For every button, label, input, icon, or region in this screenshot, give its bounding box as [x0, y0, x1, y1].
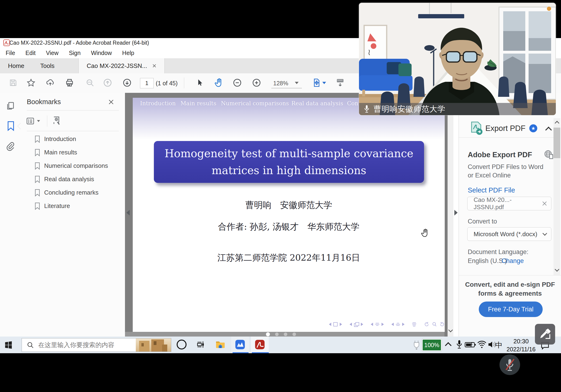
taskbar-search-box[interactable] [22, 338, 171, 352]
hand-tool-button[interactable] [212, 76, 225, 89]
select-tool-button[interactable] [193, 76, 206, 89]
beamer-pages-icon [354, 322, 359, 327]
bookmark-icon [34, 175, 41, 183]
meeting-app-button[interactable] [231, 337, 249, 352]
muted-microphone-button[interactable] [499, 354, 520, 375]
microphone-icon [455, 339, 463, 350]
vertical-scrollbar[interactable] [448, 93, 453, 337]
collapse-right-pane-arrow[interactable] [454, 210, 458, 216]
export-pdf-panel: Export PDF ★ Adobe Export PDF Convert PD… [459, 93, 561, 337]
free-trial-button[interactable]: Free 7-Day Trial [479, 302, 543, 317]
slide-nav-introduction: Introduction [140, 100, 176, 107]
adobe-export-pdf-heading: Adobe Export PDF [468, 151, 532, 159]
convert-to-dropdown[interactable]: Microsoft Word (*.docx) [467, 227, 551, 241]
menu-view[interactable]: View [46, 50, 58, 56]
scroll-down-icon[interactable] [448, 328, 453, 332]
tab-close-icon[interactable] [152, 64, 156, 68]
share-upload-button[interactable] [44, 76, 57, 89]
tray-clock[interactable]: 20:30 2022/11/16 [505, 338, 537, 353]
slide-nav-concluding: Con [347, 100, 358, 107]
bookmarks-close-icon[interactable] [108, 99, 114, 105]
previous-page-button[interactable] [101, 76, 114, 89]
bookmarks-panel-icon[interactable] [6, 120, 15, 131]
beamer-next-icon [361, 323, 363, 326]
windows-taskbar: 100% 中 20:30 2022/11/16 [0, 337, 561, 353]
export-description-line1: Convert PDF Files to Word [468, 163, 543, 171]
taskbar-search-input[interactable] [38, 341, 128, 349]
menu-file[interactable]: File [6, 50, 15, 56]
zoom-caret-icon [295, 82, 299, 84]
select-pdf-file-link[interactable]: Select PDF File [468, 186, 515, 194]
muted-mic-icon [504, 358, 516, 372]
page-number-input[interactable] [140, 78, 154, 88]
fit-page-button[interactable] [310, 76, 323, 89]
tab-document[interactable]: Cao MX-2022-JSSN... [78, 58, 165, 73]
attachments-icon[interactable] [5, 141, 15, 151]
bookmarks-options-button[interactable] [25, 114, 41, 128]
bookmarks-title: Bookmarks [27, 98, 61, 106]
slide-author-line: 曹明响 安徽师范大学 [133, 199, 445, 211]
menu-window[interactable]: Window [91, 50, 112, 56]
start-button[interactable] [3, 340, 14, 350]
beamer-prev-icon [391, 323, 394, 326]
selected-file-box: Cao MX-20...-JSSNU.pdf [467, 197, 551, 210]
change-language-link[interactable]: Change [502, 257, 524, 265]
bookmark-item-introduction[interactable]: Introduction [21, 132, 125, 146]
dot [275, 333, 279, 336]
collapse-left-pane-arrow[interactable] [126, 210, 130, 216]
pdf-viewport[interactable]: Introduction Main results Numerical comp… [125, 93, 453, 337]
toolbar-collapse-button[interactable] [334, 76, 347, 89]
power-plug-icon [412, 340, 421, 350]
panel-scrollbar-thumb[interactable] [553, 128, 560, 158]
tab-home[interactable]: Home [0, 58, 32, 73]
tray-microphone[interactable] [455, 339, 463, 350]
bookmark-item-main-results[interactable]: Main results [21, 146, 125, 159]
panel-scrollbar[interactable] [553, 118, 560, 275]
bookmarks-panel: Bookmarks Introduction Main results [21, 93, 125, 337]
document-language-label: Document Language: [468, 248, 528, 256]
star-favorite-button[interactable] [24, 76, 38, 89]
beamer-prev-icon [329, 323, 331, 326]
acrobat-taskbar-button[interactable] [251, 337, 269, 352]
tray-expand-icon[interactable] [445, 342, 452, 349]
menu-help[interactable]: Help [122, 50, 134, 56]
tab-document-label: Cao MX-2022-JSSN... [87, 62, 147, 70]
tab-tools[interactable]: Tools [32, 58, 63, 73]
zoom-level-control[interactable]: 128% [271, 78, 302, 88]
file-explorer-button[interactable] [211, 337, 229, 352]
bookmark-item-literature[interactable]: Literature [21, 199, 125, 213]
divider [459, 275, 561, 275]
print-button[interactable] [63, 76, 76, 89]
divider [27, 110, 119, 110]
bookmark-item-concluding-remarks[interactable]: Concluding remarks [21, 186, 125, 199]
tray-wifi[interactable] [477, 340, 487, 349]
zoom-out-button[interactable] [231, 76, 244, 89]
zoom-in-button[interactable] [250, 76, 263, 89]
save-button[interactable] [7, 76, 20, 89]
tray-battery[interactable] [465, 341, 476, 349]
annotation-tool-button[interactable] [535, 324, 555, 345]
remove-file-icon[interactable] [542, 201, 547, 206]
menu-sign[interactable]: Sign [69, 50, 81, 56]
battery-status[interactable]: 100% [412, 339, 442, 351]
fit-page-caret-icon[interactable] [322, 82, 326, 84]
panel-scroll-down-icon[interactable] [555, 267, 559, 272]
bookmark-item-real-data-analysis[interactable]: Real data analysis [21, 173, 125, 186]
ime-indicator[interactable]: 中 [495, 340, 503, 350]
webcam-video [359, 3, 556, 115]
webcam-overlay[interactable]: 曹明响安徽师范大学 [359, 3, 556, 115]
options-caret-icon [37, 120, 40, 122]
expand-current-bookmark-button[interactable] [49, 114, 64, 128]
cortana-button[interactable] [173, 337, 191, 352]
panel-collapse-icon[interactable] [545, 127, 552, 133]
page-thumbnails-icon[interactable] [6, 101, 15, 111]
search-tool-button[interactable] [83, 76, 97, 89]
search-icon [27, 341, 34, 349]
task-view-button[interactable] [192, 337, 210, 352]
next-page-button[interactable] [120, 76, 134, 89]
bookmark-item-numerical-comparisons[interactable]: Numerical comparisons [21, 159, 125, 173]
file-explorer-icon [215, 339, 226, 350]
panel-scroll-up-icon[interactable] [555, 121, 559, 126]
toolbar-separator [184, 77, 184, 88]
menu-edit[interactable]: Edit [25, 50, 35, 56]
